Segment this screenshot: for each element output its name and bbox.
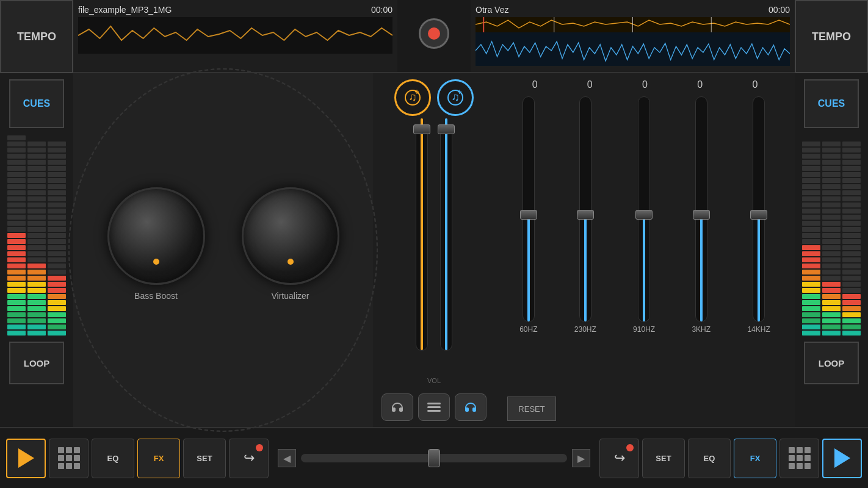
right-waveform	[476, 17, 790, 66]
eq-fader-230hz: 230HZ	[574, 96, 596, 384]
svg-text:+: +	[414, 89, 419, 96]
eq-value-910hz: 0	[620, 79, 669, 90]
eq-fader-track-60hz[interactable]	[523, 96, 535, 322]
eq-fill-60hz	[527, 212, 530, 321]
eq-handle-14khz[interactable]	[750, 210, 767, 220]
eq-section: 0 0 0 0 0 60HZ 230HZ	[495, 73, 795, 427]
mixer-area: ♫ + ♫ +	[373, 73, 495, 427]
crossfader-handle[interactable]	[428, 449, 440, 467]
eq-fill-14khz	[758, 212, 760, 321]
redo-btn-left[interactable]: ↪	[229, 439, 269, 478]
left-fader-handle[interactable]	[413, 124, 430, 134]
eq-fader-track-230hz[interactable]	[579, 96, 591, 322]
eq-value-14khz: 0	[731, 79, 779, 90]
right-panel: CUES	[795, 73, 868, 427]
left-panel: CUES	[0, 73, 73, 427]
virtualizer-dot	[288, 259, 294, 265]
right-vu-col-2	[822, 134, 841, 336]
eq-fader-track-3khz[interactable]	[695, 96, 707, 322]
eq-handle-910hz[interactable]	[635, 210, 653, 220]
reset-eq-btn[interactable]: RESET	[507, 396, 556, 421]
record-dot	[428, 27, 440, 40]
redo-dot-left	[256, 444, 263, 451]
cues-btn-right[interactable]: CUES	[804, 79, 859, 128]
left-volume-fader	[416, 125, 428, 374]
virtualizer-knob-container: Virtualizer	[242, 187, 339, 301]
eq-handle-3khz[interactable]	[693, 210, 710, 220]
vu-column-2	[27, 134, 46, 336]
bottom-bar: EQ FX SET ↪ ◀ ▶ ↪ SET EQ FX	[0, 427, 868, 488]
eq-fader-track-14khz[interactable]	[753, 96, 765, 322]
mixer-bottom-btns	[382, 393, 486, 421]
right-track-name: Otra Vez	[476, 5, 508, 15]
set-btn-right[interactable]: SET	[642, 439, 685, 478]
record-button[interactable]	[419, 18, 449, 49]
eq-value-230hz: 0	[565, 79, 614, 90]
eq-handle-60hz[interactable]	[520, 210, 537, 220]
vu-column-3	[48, 134, 66, 336]
right-volume-fader	[440, 125, 452, 374]
right-track: Otra Vez 00:00	[471, 0, 795, 72]
eq-handle-230hz[interactable]	[577, 210, 594, 220]
tempo-btn-left[interactable]: TEMPO	[0, 0, 73, 73]
knobs-area: Bass Boost Virtualizer	[73, 73, 373, 427]
eq-label-910hz: 910HZ	[633, 325, 655, 334]
right-fader-fill	[445, 118, 447, 350]
eq-fader-track-910hz[interactable]	[638, 96, 650, 322]
virtualizer-knob[interactable]	[242, 187, 339, 285]
set-btn-left[interactable]: SET	[183, 439, 226, 478]
eq-value-3khz: 0	[676, 79, 725, 90]
crossfader-area: ◀ ▶	[272, 449, 596, 467]
loop-btn-left[interactable]: LOOP	[9, 342, 64, 384]
eq-label-14khz: 14KHZ	[747, 325, 770, 334]
right-vu-meter	[802, 134, 861, 336]
menu-btn[interactable]	[418, 393, 450, 421]
svg-text:+: +	[457, 89, 461, 96]
svg-rect-15	[427, 403, 441, 404]
redo-icon-left: ↪	[244, 450, 255, 466]
eq-fader-14khz: 14KHZ	[747, 96, 770, 384]
loop-btn-right[interactable]: LOOP	[804, 342, 859, 384]
grid-btn-right[interactable]	[779, 439, 819, 478]
eq-label-60hz: 60HZ	[519, 325, 537, 334]
center-controls	[397, 0, 471, 72]
add-track-right-btn[interactable]: ♫ +	[437, 79, 474, 116]
grid-icon-left	[58, 447, 80, 469]
top-bar: TEMPO file_example_MP3_1MG 00:00 Otra Ve…	[0, 0, 868, 73]
eq-fader-3khz: 3KHZ	[692, 96, 711, 384]
eq-fader-910hz: 910HZ	[633, 96, 655, 384]
fx-btn-right[interactable]: FX	[734, 439, 776, 478]
tempo-btn-right[interactable]: TEMPO	[795, 0, 868, 73]
headphones-left-btn[interactable]	[382, 393, 413, 421]
eq-fill-3khz	[700, 212, 703, 321]
right-fader-track[interactable]	[440, 125, 452, 351]
eq-label-230hz: 230HZ	[574, 325, 596, 334]
play-icon-left	[18, 448, 34, 468]
headphones-right-btn[interactable]	[455, 393, 486, 421]
left-track: file_example_MP3_1MG 00:00	[73, 0, 397, 72]
eq-btn-left[interactable]: EQ	[92, 439, 134, 478]
grid-btn-left[interactable]	[49, 439, 89, 478]
redo-icon-right: ↪	[614, 450, 625, 466]
mixer-icons: ♫ + ♫ +	[394, 79, 474, 116]
right-vu-col-1	[802, 134, 820, 336]
add-track-left-btn[interactable]: ♫ +	[394, 79, 431, 116]
eq-btn-right[interactable]: EQ	[688, 439, 731, 478]
left-track-time: 00:00	[371, 5, 392, 15]
vu-column-1	[7, 134, 26, 336]
redo-btn-right[interactable]: ↪	[599, 439, 639, 478]
left-fader-fill	[421, 118, 423, 350]
arrow-left-btn[interactable]: ◀	[278, 449, 296, 467]
arrow-right-btn[interactable]: ▶	[572, 449, 590, 467]
svg-rect-17	[427, 410, 441, 412]
eq-faders: 60HZ 230HZ 910HZ	[507, 96, 783, 384]
crossfader-track[interactable]	[301, 454, 567, 462]
fx-btn-left[interactable]: FX	[137, 439, 180, 478]
left-fader-track[interactable]	[416, 125, 428, 351]
play-btn-right[interactable]	[822, 439, 862, 478]
play-btn-left[interactable]	[6, 439, 46, 478]
cues-btn-left[interactable]: CUES	[9, 79, 64, 128]
knobs-row: Bass Boost Virtualizer	[107, 187, 339, 301]
eq-fill-910hz	[643, 212, 645, 321]
right-fader-handle[interactable]	[438, 124, 455, 134]
